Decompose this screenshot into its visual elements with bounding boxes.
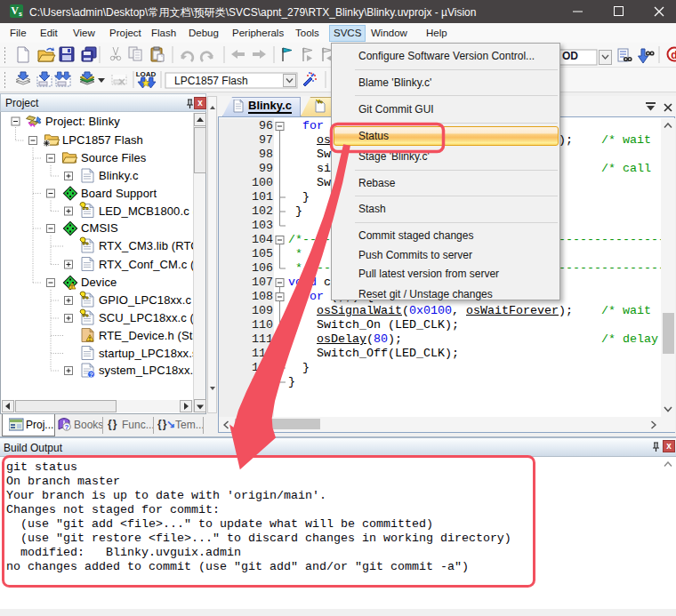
svg-text:d: d bbox=[671, 49, 676, 61]
svg-text:s: s bbox=[19, 11, 22, 17]
svg-text:?: ? bbox=[65, 423, 69, 431]
svg-text:LPC1857 Flash: LPC1857 Flash bbox=[174, 75, 248, 87]
svg-text:V: V bbox=[11, 4, 19, 17]
svg-text:OD: OD bbox=[562, 50, 578, 62]
